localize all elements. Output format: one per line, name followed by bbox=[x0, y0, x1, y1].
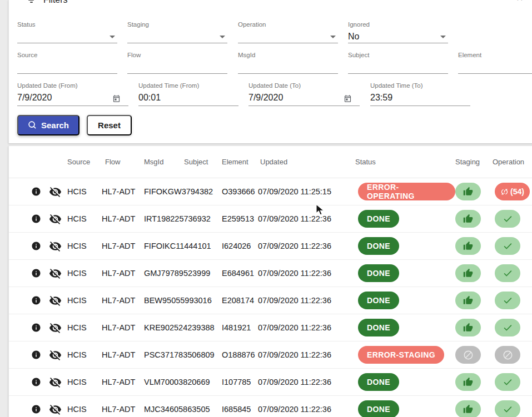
close-icon[interactable]: × bbox=[516, 0, 523, 3]
operation-badge[interactable] bbox=[495, 237, 520, 255]
cell-source: HCIS bbox=[67, 269, 102, 278]
operation-badge[interactable] bbox=[495, 400, 520, 417]
info-button[interactable] bbox=[31, 268, 41, 278]
cell-flow: HL7-ADT bbox=[102, 269, 144, 278]
updated-time-from-input[interactable]: Updated Time (From) 00:01 bbox=[138, 82, 238, 106]
thumb-up-icon bbox=[463, 187, 473, 197]
ignore-toggle-button[interactable] bbox=[49, 349, 62, 361]
staging-badge[interactable] bbox=[455, 400, 481, 417]
info-button[interactable] bbox=[31, 350, 41, 360]
thumb-up-icon bbox=[463, 404, 473, 414]
staging-badge[interactable] bbox=[455, 373, 481, 391]
updated-date-to-label: Updated Date (To) bbox=[248, 82, 360, 89]
thumb-up-icon bbox=[463, 377, 473, 387]
cell-element: E684961 bbox=[222, 269, 258, 278]
cell-flow: HL7-ADT bbox=[102, 214, 144, 223]
element-input[interactable]: Element bbox=[458, 52, 532, 74]
status-badge: DONE bbox=[358, 400, 399, 417]
calendar-icon[interactable] bbox=[344, 94, 352, 103]
cell-msgid: BEW95055993016 bbox=[144, 296, 184, 305]
chevron-down-icon[interactable] bbox=[330, 36, 336, 38]
cell-updated: 07/09/2020 11:22:36 bbox=[258, 214, 358, 223]
updated-date-from-input[interactable]: Updated Date (From) 7/9/2020 bbox=[17, 82, 128, 106]
cell-source: HCIS bbox=[67, 405, 102, 414]
updated-date-to-value: 7/9/2020 bbox=[248, 93, 360, 104]
staging-badge[interactable] bbox=[455, 237, 481, 255]
operation-badge[interactable] bbox=[495, 319, 520, 336]
ignored-select[interactable]: Ignored No bbox=[348, 21, 448, 43]
calendar-icon[interactable] bbox=[112, 94, 121, 103]
cell-msgid: MJC34605863505 bbox=[144, 405, 184, 414]
ignore-toggle-button[interactable] bbox=[49, 294, 62, 307]
updated-time-from-value: 00:01 bbox=[138, 93, 238, 104]
cell-updated: 07/09/2020 11:22:36 bbox=[258, 378, 358, 386]
cell-flow: HL7-ADT bbox=[102, 187, 144, 196]
ignore-toggle-button[interactable] bbox=[49, 321, 62, 334]
operation-badge[interactable] bbox=[495, 346, 520, 364]
cell-source: HCIS bbox=[67, 323, 102, 332]
table-row: HCIS HL7-ADT PSC371783506809 O188876 07/… bbox=[9, 341, 532, 369]
table-row: HCIS HL7-ADT FIFOKGW3794382 O393666 07/0… bbox=[9, 178, 532, 205]
filters-title: Filters bbox=[43, 0, 68, 5]
ignore-toggle-button[interactable] bbox=[49, 376, 62, 389]
chevron-down-icon[interactable] bbox=[440, 36, 446, 38]
subject-input[interactable]: Subject bbox=[348, 52, 448, 74]
staging-badge[interactable] bbox=[455, 264, 481, 282]
col-source: Source bbox=[67, 158, 102, 166]
info-button[interactable] bbox=[31, 323, 41, 333]
info-button[interactable] bbox=[31, 377, 41, 387]
ignored-label: Ignored bbox=[348, 21, 448, 28]
operation-badge[interactable] bbox=[495, 292, 520, 309]
updated-time-to-input[interactable]: Updated Time (To) 23:59 bbox=[370, 82, 470, 106]
ignore-toggle-button[interactable] bbox=[49, 267, 62, 280]
cell-element: I624026 bbox=[222, 242, 258, 250]
col-msgid: MsgId bbox=[144, 158, 184, 166]
cell-flow: HL7-ADT bbox=[102, 242, 144, 250]
ignore-toggle-button[interactable] bbox=[49, 213, 62, 225]
info-button[interactable] bbox=[31, 187, 41, 197]
source-input[interactable]: Source bbox=[17, 52, 117, 74]
block-icon bbox=[463, 350, 474, 360]
flow-input[interactable]: Flow bbox=[127, 52, 227, 74]
cell-updated: 07/09/2020 11:22:36 bbox=[258, 242, 358, 250]
cell-element: O188876 bbox=[222, 350, 258, 359]
operation-badge[interactable] bbox=[495, 210, 520, 228]
operation-badge[interactable] bbox=[495, 264, 520, 282]
thumb-up-icon bbox=[463, 268, 473, 278]
info-button[interactable] bbox=[31, 214, 41, 224]
check-icon bbox=[503, 377, 513, 388]
staging-badge[interactable] bbox=[455, 319, 481, 336]
operation-select[interactable]: Operation bbox=[238, 21, 338, 43]
cell-msgid: VLM70003820669 bbox=[144, 378, 184, 386]
info-button[interactable] bbox=[31, 295, 41, 305]
staging-badge[interactable] bbox=[455, 346, 481, 364]
screen: Filters × Status Staging Operation Ignor… bbox=[0, 0, 532, 417]
ignore-toggle-button[interactable] bbox=[49, 185, 62, 198]
retry-count: (54) bbox=[510, 187, 524, 196]
status-badge: DONE bbox=[358, 237, 399, 255]
operation-badge[interactable]: (54) bbox=[495, 183, 530, 200]
staging-select[interactable]: Staging bbox=[127, 21, 227, 43]
info-button[interactable] bbox=[31, 241, 41, 251]
cell-source: HCIS bbox=[67, 187, 102, 196]
msgid-input[interactable]: MsgId bbox=[238, 52, 338, 74]
thumb-up-icon bbox=[463, 241, 473, 251]
search-button[interactable]: Search bbox=[17, 115, 79, 135]
chevron-down-icon[interactable] bbox=[110, 36, 115, 38]
block-icon bbox=[503, 350, 513, 360]
status-badge: DONE bbox=[358, 264, 399, 282]
staging-badge[interactable] bbox=[455, 210, 481, 228]
reset-button[interactable]: Reset bbox=[87, 115, 132, 135]
status-select[interactable]: Status bbox=[17, 21, 117, 43]
thumb-up-icon bbox=[463, 323, 473, 333]
operation-badge[interactable] bbox=[495, 373, 520, 391]
filters-header: Filters bbox=[27, 0, 68, 5]
updated-date-to-input[interactable]: Updated Date (To) 7/9/2020 bbox=[248, 82, 360, 106]
ignore-toggle-button[interactable] bbox=[49, 240, 62, 253]
staging-badge[interactable] bbox=[455, 292, 481, 309]
cell-flow: HL7-ADT bbox=[102, 296, 144, 305]
ignore-toggle-button[interactable] bbox=[49, 403, 62, 416]
staging-badge[interactable] bbox=[455, 183, 481, 200]
chevron-down-icon[interactable] bbox=[220, 36, 225, 38]
info-button[interactable] bbox=[31, 404, 41, 414]
